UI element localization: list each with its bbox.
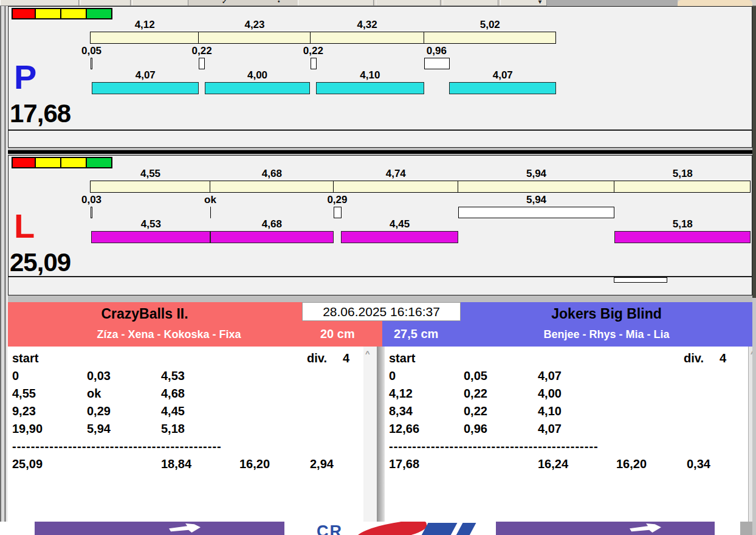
split-segment bbox=[210, 181, 334, 193]
split-time-label: 4,32 bbox=[357, 19, 377, 31]
arrow-icon bbox=[169, 523, 201, 533]
changeover-boxes-row bbox=[9, 58, 752, 69]
split-segment bbox=[458, 181, 614, 193]
split-bar-row bbox=[9, 181, 752, 193]
changeover-label: 0,22 bbox=[303, 45, 323, 57]
cell-start-time: 4,12 bbox=[389, 387, 413, 401]
cell-dog-time: 4,10 bbox=[538, 404, 562, 418]
results-table-right: start div. 4 00,054,074,120,224,008,340,… bbox=[385, 347, 748, 522]
table-rows: start div. 4 00,054,074,120,224,008,340,… bbox=[385, 351, 748, 475]
split-segment bbox=[614, 181, 751, 193]
dog-time-label: 4,07 bbox=[136, 69, 156, 81]
jump-height: 27,5 cm bbox=[394, 327, 438, 341]
lane-p-bottom-strip bbox=[8, 130, 752, 148]
cell-changeover: 0,22 bbox=[464, 387, 487, 401]
split-time-label: 4,12 bbox=[135, 19, 155, 31]
table-header-row: start div. 4 bbox=[8, 351, 363, 369]
separator-row: ----------------------------------------… bbox=[385, 440, 748, 457]
changeover-labels-row: 0,03ok0,295,94 bbox=[9, 194, 752, 207]
check-icon: ✓ bbox=[222, 0, 227, 5]
split-time-label: 5,94 bbox=[526, 168, 546, 180]
changeover-boxes-row bbox=[9, 207, 752, 218]
division-label: div. bbox=[307, 351, 327, 365]
cell-changeover: 0,03 bbox=[87, 369, 111, 383]
traffic-light-cell bbox=[35, 157, 61, 168]
division-label: div. bbox=[684, 351, 704, 365]
changeover-box bbox=[458, 207, 614, 218]
split-segment bbox=[310, 32, 424, 44]
lane-letter: L bbox=[14, 209, 35, 243]
table-left-scrollbar[interactable]: ^ bbox=[363, 347, 377, 522]
dog-time-label: 5,18 bbox=[673, 218, 693, 230]
cell-dog-time: 4,45 bbox=[161, 404, 185, 418]
start-header: start bbox=[12, 351, 38, 365]
cell-dog-time: 4,68 bbox=[161, 387, 185, 401]
toolbar-button[interactable] bbox=[376, 0, 441, 5]
table-data-rows: 00,034,534,55ok4,689,230,294,4519,905,94… bbox=[8, 369, 363, 440]
cell-changeover: 0,22 bbox=[464, 404, 487, 418]
net-time: 16,24 bbox=[538, 457, 568, 471]
scroll-up-icon[interactable]: ^ bbox=[365, 349, 370, 358]
table-row: 8,340,224,10 bbox=[385, 404, 748, 422]
team-name: Jokers Big Blind bbox=[461, 306, 752, 322]
cell-changeover: 5,94 bbox=[87, 422, 111, 436]
window-tab[interactable] bbox=[678, 0, 752, 6]
team-name: CrazyBalls II. bbox=[8, 306, 281, 322]
logo-red-shape bbox=[355, 522, 428, 535]
separator-row: ----------------------------------------… bbox=[8, 440, 363, 457]
toolbar-button[interactable] bbox=[0, 0, 79, 5]
dot-icon: • bbox=[278, 0, 280, 5]
dog-labels-row: 4,074,004,104,07 bbox=[9, 69, 752, 83]
traffic-light-cell bbox=[86, 157, 112, 168]
cell-start-time: 12,66 bbox=[389, 422, 419, 436]
dog-time-bar bbox=[449, 82, 556, 94]
window-border-right-lower bbox=[752, 298, 756, 535]
changeover-label: 0,05 bbox=[81, 45, 101, 57]
totals-row: 17,68 16,24 16,20 0,34 bbox=[385, 457, 748, 475]
toolbar-spacer bbox=[547, 0, 678, 6]
dog-time-bar bbox=[210, 231, 334, 243]
dog-time-bar bbox=[205, 82, 310, 94]
split-segment bbox=[90, 32, 199, 44]
start-traffic-light bbox=[12, 157, 112, 168]
separator-dashes: ----------------------------------------… bbox=[389, 440, 599, 454]
table-row: 4,55ok4,68 bbox=[8, 387, 363, 404]
start-traffic-light bbox=[12, 8, 112, 19]
changeover-label: 0,03 bbox=[81, 194, 101, 206]
table-rows: start div. 4 00,034,534,55ok4,689,230,29… bbox=[8, 351, 363, 475]
cell-start-time: 4,55 bbox=[12, 387, 36, 401]
total-time: 17,68 bbox=[389, 457, 419, 471]
split-labels-row: 4,124,234,325,02 bbox=[9, 19, 752, 32]
panel-splitter[interactable] bbox=[377, 347, 385, 522]
dog-time-label: 4,45 bbox=[390, 218, 410, 230]
toolbar-button[interactable] bbox=[298, 0, 374, 5]
split-time-label: 4,55 bbox=[140, 168, 160, 180]
chevron-down-icon: ▾ bbox=[538, 0, 541, 5]
dog-time-bar bbox=[316, 82, 424, 94]
split-time-label: 5,18 bbox=[673, 168, 693, 180]
cell-dog-time: 4,07 bbox=[538, 422, 562, 436]
dog-time-label: 4,53 bbox=[141, 218, 161, 230]
lane-divider bbox=[8, 150, 752, 154]
lane-total-time: 25,09 bbox=[10, 250, 70, 275]
table-row: 12,660,964,07 bbox=[385, 422, 748, 440]
toolbar-button[interactable] bbox=[132, 0, 188, 5]
cell-dog-time: 5,18 bbox=[161, 422, 185, 436]
dog-time-bar bbox=[91, 231, 210, 243]
traffic-light-cell bbox=[60, 8, 87, 19]
lane-letter: P bbox=[14, 60, 36, 94]
lane-l-bottom-strip bbox=[8, 277, 752, 295]
split-time-label: 5,02 bbox=[480, 19, 500, 31]
window-toolbar: ✓ • ▾ bbox=[0, 0, 756, 6]
banner-purple-left bbox=[35, 522, 284, 535]
changeover-label: 0,22 bbox=[192, 45, 212, 57]
toolbar-button[interactable] bbox=[80, 0, 131, 5]
table-row: 4,120,224,00 bbox=[385, 387, 748, 404]
toolbar-button[interactable] bbox=[442, 0, 498, 5]
record-time: 16,20 bbox=[616, 457, 647, 471]
cell-start-time: 9,23 bbox=[12, 404, 36, 418]
traffic-light-cell bbox=[60, 157, 87, 168]
dog-time-label: 4,00 bbox=[247, 69, 267, 81]
division-value: 4 bbox=[720, 351, 726, 365]
record-time: 16,20 bbox=[239, 457, 270, 471]
